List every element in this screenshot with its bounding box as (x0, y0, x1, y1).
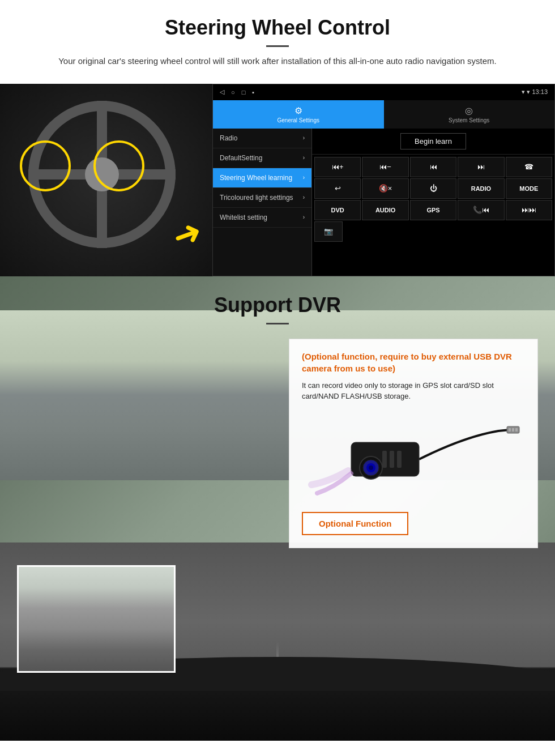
dvr-info-card: (Optional function, require to buy exter… (289, 339, 538, 548)
general-settings-icon: ⚙ (294, 105, 302, 116)
svg-rect-2 (512, 428, 514, 432)
ctrl-audio[interactable]: AUDIO (362, 200, 408, 220)
svg-rect-10 (390, 451, 394, 468)
android-menu: Radio › DefaultSetting › Steering Wheel … (213, 129, 554, 276)
menu-swlearning-label: Steering Wheel learning (220, 174, 292, 182)
ctrl-gps[interactable]: GPS (410, 200, 456, 220)
menu-tricolour-label: Tricoloured light settings (220, 194, 293, 202)
nav-recents-icon[interactable]: □ (242, 89, 246, 96)
dvr-divider (266, 323, 289, 324)
dvr-thumbnail (17, 565, 176, 673)
dvr-thumb-image (19, 567, 174, 671)
menu-item-defaultsetting[interactable]: DefaultSetting › (213, 148, 311, 168)
chevron-radio-icon: › (303, 135, 305, 141)
control-row-3: DVD AUDIO GPS 📞⏮ ⏭⏭ (314, 200, 552, 220)
dvr-title-area: Support DVR (0, 276, 555, 330)
ctrl-vol-up[interactable]: ⏮+ (314, 157, 361, 177)
menu-whitelist-label: Whitelist setting (220, 213, 267, 221)
svg-rect-11 (397, 451, 402, 468)
ctrl-phone[interactable]: ☎ (506, 157, 552, 177)
android-tabs: ⚙ General Settings ◎ System Settings (213, 100, 554, 129)
menu-item-whitelist[interactable]: Whitelist setting › (213, 208, 311, 228)
android-statusbar: ◁ ○ □ ▪ ▾ ▾ 13:13 (213, 84, 554, 100)
dvr-camera-svg (306, 414, 521, 499)
dvr-camera-product (302, 411, 525, 502)
car-dashboard (0, 667, 555, 741)
chevron-whitelist-icon: › (303, 214, 305, 220)
section1-subtitle: Your original car's steering wheel contr… (45, 55, 510, 68)
optional-function-button[interactable]: Optional Function (302, 512, 408, 535)
section1-divider (266, 45, 289, 47)
nav-home-icon[interactable]: ○ (231, 89, 235, 96)
menu-defaultsetting-label: DefaultSetting (220, 154, 262, 162)
control-row-4: 📷 (314, 221, 552, 242)
dvr-info-title: (Optional function, require to buy exter… (302, 351, 525, 374)
chevron-defaultsetting-icon: › (303, 155, 305, 161)
android-ui-panel: ◁ ○ □ ▪ ▾ ▾ 13:13 ⚙ General Settings (212, 84, 555, 276)
statusbar-time: ▾ ▾ 13:13 (522, 88, 548, 96)
begin-learn-button[interactable]: Begin learn (400, 133, 466, 150)
nav-extra-icon[interactable]: ▪ (252, 89, 254, 96)
steering-wheel-section: Steering Wheel Control Your original car… (0, 0, 555, 276)
control-row-2: ↩ 🔇× ⏻ RADIO MODE (314, 178, 552, 199)
signal-icon: ▾ (522, 88, 525, 95)
ctrl-next2[interactable]: ⏭⏭ (506, 200, 552, 220)
ctrl-prev[interactable]: ⏮ (410, 157, 456, 177)
sw-highlight-right (93, 140, 144, 191)
ctrl-power[interactable]: ⏻ (410, 178, 456, 199)
ctrl-radio[interactable]: RADIO (458, 178, 504, 199)
ctrl-back[interactable]: ↩ (314, 178, 361, 199)
ctrl-next[interactable]: ⏭ (458, 157, 504, 177)
menu-left: Radio › DefaultSetting › Steering Wheel … (213, 129, 312, 276)
sw-highlight-left (20, 140, 71, 191)
control-grid: ⏮+ ⏮− ⏮ ⏭ ☎ ↩ 🔇× ⏻ RADIO MODE (312, 155, 554, 244)
dvr-info-text: It can record video only to storage in G… (302, 380, 525, 402)
menu-item-tricolour[interactable]: Tricoloured light settings › (213, 188, 311, 208)
menu-item-radio[interactable]: Radio › (213, 129, 311, 148)
nav-back-icon[interactable]: ◁ (220, 88, 224, 96)
svg-rect-3 (515, 428, 518, 432)
sw-arrow-icon: ➜ (167, 210, 207, 257)
begin-learn-row: Begin learn (312, 129, 554, 155)
sw-photo-inner: ➜ (0, 84, 212, 276)
ctrl-dvd[interactable]: DVD (314, 200, 361, 220)
control-row-1: ⏮+ ⏮− ⏮ ⏭ ☎ (314, 157, 552, 177)
svg-rect-9 (382, 451, 387, 468)
menu-right: Begin learn ⏮+ ⏮− ⏮ ⏭ ☎ ↩ (312, 129, 554, 276)
statusbar-nav: ◁ ○ □ ▪ (220, 88, 254, 96)
steering-wheel-content: ➜ ◁ ○ □ ▪ ▾ ▾ 13:13 (0, 84, 555, 276)
ctrl-mode[interactable]: MODE (506, 178, 552, 199)
chevron-swlearning-icon: › (303, 174, 305, 181)
svg-rect-1 (509, 428, 511, 432)
menu-item-sw-learning[interactable]: Steering Wheel learning › (213, 168, 311, 188)
tab-system-label: System Settings (449, 117, 489, 123)
dvr-title: Support DVR (0, 293, 555, 317)
tab-general-label: General Settings (278, 117, 320, 123)
chevron-tricolour-icon: › (303, 194, 305, 200)
menu-radio-label: Radio (220, 134, 237, 142)
ctrl-vol-down[interactable]: ⏮− (362, 157, 408, 177)
status-time: 13:13 (532, 88, 548, 95)
section1-title: Steering Wheel Control (23, 16, 532, 40)
steering-wheel-photo: ➜ (0, 84, 212, 276)
ctrl-camera[interactable]: 📷 (314, 221, 343, 242)
ctrl-mute[interactable]: 🔇× (362, 178, 408, 199)
system-settings-icon: ◎ (465, 105, 473, 116)
tab-system-settings[interactable]: ◎ System Settings (384, 100, 555, 129)
ctrl-phone-prev[interactable]: 📞⏮ (458, 200, 504, 220)
svg-point-8 (369, 465, 373, 470)
dvr-section: Support DVR (Optional function, require … (0, 276, 555, 741)
section1-title-area: Steering Wheel Control Your original car… (0, 0, 555, 84)
tab-general-settings[interactable]: ⚙ General Settings (213, 100, 384, 129)
